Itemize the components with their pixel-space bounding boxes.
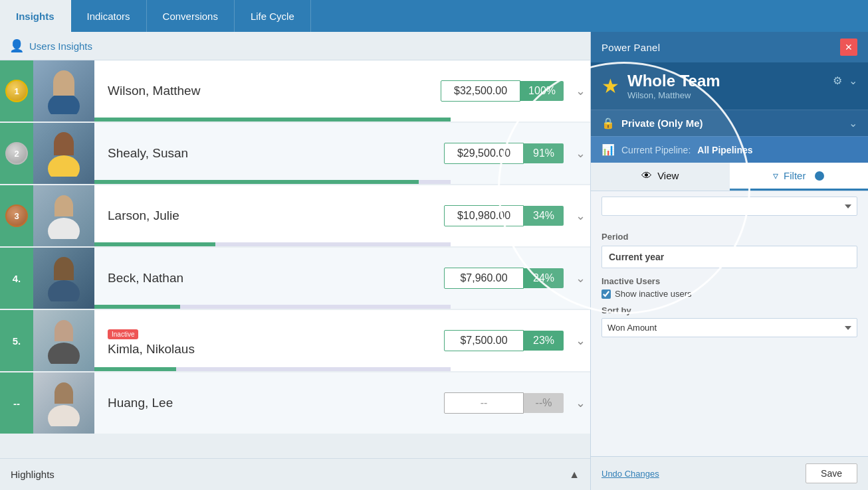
leader-stats-2: $29,500.00 91% — [444, 143, 564, 164]
view-filter-tabs: 👁 View ▿ Filter — [591, 163, 868, 191]
gear-icon[interactable]: ⚙ — [833, 74, 842, 87]
progress-bar-bg-5 — [94, 367, 451, 371]
tab-filter[interactable]: ▿ Filter — [730, 163, 869, 191]
stat-amount-6: -- — [444, 392, 524, 414]
highlights-chevron-icon[interactable]: ▲ — [569, 469, 580, 481]
table-row: -- Huang, Lee -- --% — [0, 372, 590, 434]
table-row: 2 Shealy, Susan $29,50 — [0, 123, 590, 184]
undo-changes-link[interactable]: Undo Changes — [601, 469, 659, 479]
view-tab-icon: 👁 — [641, 170, 652, 182]
leader-stats-5: $7,500.00 23% — [444, 330, 564, 351]
rank-medal-bronze: 3 — [5, 204, 28, 227]
main-layout: 👤 Users Insights 1 — [0, 32, 868, 490]
pp-footer: Undo Changes Save — [591, 456, 868, 490]
stat-percent-4: 24% — [524, 268, 564, 288]
rank-badge-6: -- — [0, 372, 33, 434]
svg-point-8 — [48, 218, 80, 239]
leader-name-2: Shealy, Susan — [94, 146, 444, 161]
save-button[interactable]: Save — [806, 463, 857, 483]
row-expand-4[interactable]: ⌄ — [570, 271, 590, 286]
stat-percent-3: 34% — [524, 206, 564, 226]
tab-lifecycle[interactable]: Life Cycle — [235, 0, 311, 32]
leader-name-3: Larson, Julie — [94, 208, 444, 223]
row-expand-6[interactable]: ⌄ — [570, 396, 590, 410]
progress-bar-fill-1 — [94, 118, 451, 122]
rank-badge-3: 3 — [0, 185, 33, 246]
rank-number-1: 1 — [14, 86, 19, 96]
sort-section: Sort by Won Amount Deal Count Conversion… — [601, 305, 857, 345]
svg-point-17 — [48, 405, 80, 426]
progress-bar-bg-3 — [94, 242, 451, 246]
avatar-image-6 — [44, 380, 84, 426]
stat-percent-2: 91% — [524, 143, 564, 163]
pipeline-icon: 📊 — [601, 143, 615, 156]
leader-name-4: Beck, Nathan — [94, 271, 444, 286]
show-inactive-checkbox[interactable] — [601, 289, 611, 299]
progress-bar-fill-2 — [94, 180, 419, 184]
rank-number-3: 3 — [14, 211, 19, 221]
tab-indicators[interactable]: Indicators — [71, 0, 147, 32]
pipeline-label: Current Pipeline: — [621, 145, 691, 155]
avatar-2 — [33, 123, 94, 184]
avatar-1 — [33, 60, 94, 122]
filter-radio-icon — [815, 171, 824, 181]
progress-bar-bg-2 — [94, 180, 451, 184]
tab-insights[interactable]: Insights — [0, 0, 71, 32]
row-expand-5[interactable]: ⌄ — [570, 333, 590, 348]
rank-badge-5: 5. — [0, 310, 33, 371]
leader-stats-1: $32,500.00 100% — [441, 80, 564, 102]
close-button[interactable]: ✕ — [840, 39, 857, 56]
tab-view[interactable]: 👁 View — [591, 163, 730, 191]
private-chevron-down-icon[interactable]: ⌄ — [849, 117, 857, 129]
row-expand-1[interactable]: ⌄ — [570, 84, 590, 98]
highlights-footer: Highlights ▲ — [0, 458, 590, 490]
stat-percent-5: 23% — [524, 331, 564, 351]
period-input[interactable] — [601, 246, 857, 268]
leaderboard: 1 Wilson, Matthew $32, — [0, 60, 590, 458]
row-expand-3[interactable]: ⌄ — [570, 208, 590, 223]
avatar-image-3 — [44, 193, 84, 239]
private-left: 🔒 Private (Only Me) — [601, 117, 703, 129]
svg-point-11 — [48, 280, 80, 301]
svg-rect-13 — [54, 329, 73, 341]
filter-dropdown[interactable] — [601, 197, 857, 216]
progress-bar-fill-3 — [94, 242, 215, 246]
svg-rect-10 — [54, 268, 74, 280]
table-row: 3 Larson, Julie $10,98 — [0, 185, 590, 246]
avatar-4 — [33, 248, 94, 309]
power-panel-title: Power Panel — [601, 42, 660, 53]
avatar-5 — [33, 310, 94, 371]
tab-conversions[interactable]: Conversions — [147, 0, 235, 32]
private-row: 🔒 Private (Only Me) ⌄ — [591, 110, 868, 136]
rank-medal-silver: 2 — [5, 142, 28, 165]
svg-rect-7 — [54, 204, 73, 216]
highlights-label: Highlights — [11, 469, 54, 480]
leader-stats-4: $7,960.00 24% — [444, 268, 564, 289]
stat-amount-3: $10,980.00 — [444, 205, 524, 226]
pipeline-value: All Pipelines — [697, 145, 752, 155]
leader-name-5: Inactive Kimla, Nikolaus — [94, 325, 444, 357]
star-icon[interactable]: ★ — [601, 74, 619, 98]
inactive-section: Inactive Users Show inactive users — [601, 276, 857, 299]
team-subtitle: Wilson, Matthew — [627, 90, 720, 100]
filter-tab-label: Filter — [784, 170, 806, 181]
leader-name-1: Wilson, Matthew — [94, 84, 441, 98]
whole-team-text: Whole Team Wilson, Matthew — [627, 72, 720, 100]
progress-bar-bg-4 — [94, 305, 451, 309]
stat-amount-4: $7,960.00 — [444, 268, 524, 289]
inactive-badge-5: Inactive — [108, 329, 138, 339]
rank-number-4: 4. — [13, 273, 21, 284]
whole-team-section: ★ Whole Team Wilson, Matthew ⚙ ⌄ — [591, 62, 868, 110]
svg-point-14 — [48, 343, 80, 364]
leader-stats-6: -- --% — [444, 392, 564, 414]
leader-stats-3: $10,980.00 34% — [444, 205, 564, 226]
tab-lifecycle-label: Life Cycle — [251, 11, 294, 22]
row-expand-2[interactable]: ⌄ — [570, 146, 590, 161]
pipeline-row: 📊 Current Pipeline: All Pipelines — [591, 136, 868, 163]
svg-rect-4 — [54, 143, 74, 155]
left-panel: 👤 Users Insights 1 — [0, 32, 590, 490]
show-inactive-row: Show inactive users — [601, 289, 857, 299]
sort-select[interactable]: Won Amount Deal Count Conversion Rate — [601, 318, 857, 337]
filter-content: Period Inactive Users Show inactive user… — [591, 224, 868, 456]
team-chevron-down-icon[interactable]: ⌄ — [849, 74, 857, 87]
